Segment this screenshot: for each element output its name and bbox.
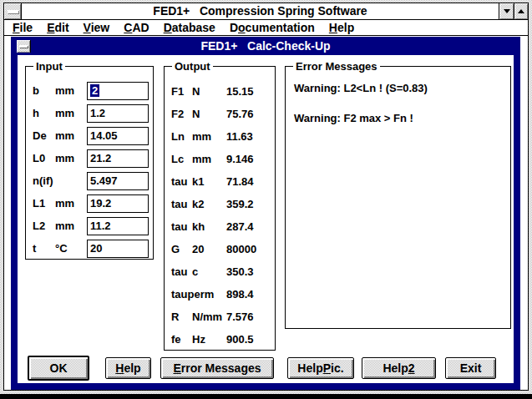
exit-button[interactable]: Exit: [445, 357, 496, 379]
output-unit: k2: [192, 198, 226, 210]
output-unit: 20: [192, 243, 226, 255]
output-row-tau-k2: tauk2359.2: [165, 193, 275, 215]
system-menu-button[interactable]: [4, 3, 22, 19]
output-row-tau-kh: taukh287.4: [165, 215, 275, 238]
minimize-icon: [504, 9, 510, 13]
output-value: 350.3: [226, 265, 254, 278]
input-field-de[interactable]: 14.05: [87, 127, 149, 145]
minimize-button[interactable]: [499, 3, 514, 19]
output-unit: N: [192, 108, 226, 120]
output-label: F2: [171, 108, 192, 120]
output-row-tauperm: tauperm898.4: [165, 283, 275, 306]
input-field-label: b: [33, 84, 55, 97]
input-field-l1[interactable]: 19.2: [87, 194, 149, 213]
menu-item-view[interactable]: View: [78, 21, 119, 34]
maximize-button[interactable]: [514, 3, 528, 19]
output-unit: Hz: [192, 333, 226, 346]
output-label: tau: [171, 175, 192, 188]
maximize-icon: [518, 9, 524, 13]
output-unit: N/mm: [192, 311, 226, 323]
output-value: 900.5: [226, 333, 254, 346]
input-group-legend: Input: [33, 60, 65, 73]
caption-buttons: [499, 3, 528, 19]
output-unit: mm: [192, 130, 226, 143]
output-label: F1: [171, 85, 192, 98]
menu-item-database[interactable]: Database: [158, 21, 224, 34]
output-value: 15.15: [226, 85, 254, 98]
output-value: 9.146: [226, 153, 254, 165]
client-area: FED1+ Calc-Check-Up Input bmm2hmm1.2Demm…: [4, 36, 528, 390]
help-pic-button[interactable]: Help Pic.: [287, 357, 354, 379]
dialog-client-area: Input bmm2hmm1.2Demm14.05L0mm21.2n(if)5.…: [18, 55, 514, 383]
output-row-fe-hz: feHz900.5: [165, 328, 275, 351]
output-row-g-20: G2080000: [165, 238, 275, 260]
input-field-label: n(if): [33, 174, 55, 187]
error-message: Warning: F2 max > Fn !: [294, 112, 510, 124]
input-field-label: L2: [33, 220, 55, 232]
output-row-ln-mm: Lnmm11.63: [165, 125, 275, 148]
input-row: L1mm19.2: [26, 192, 153, 215]
input-row: bmm2: [26, 79, 153, 102]
input-field-n-if[interactable]: 5.497: [87, 172, 149, 190]
input-group: Input bmm2hmm1.2Demm14.05L0mm21.2n(if)5.…: [25, 66, 154, 260]
selected-text: 2: [90, 84, 99, 97]
input-field-b[interactable]: 2: [87, 82, 149, 100]
screen: FED1+ Compression Spring Software FileEd…: [0, 0, 532, 399]
menu-item-edit[interactable]: Edit: [41, 21, 77, 34]
help-button[interactable]: Help: [105, 357, 151, 379]
input-field-l2[interactable]: 11.2: [87, 217, 149, 235]
input-row: L0mm21.2: [26, 147, 153, 169]
input-field-label: t: [33, 242, 55, 255]
input-row: L2mm11.2: [26, 215, 153, 237]
input-field-h[interactable]: 1.2: [87, 104, 149, 123]
menu-item-cad[interactable]: CAD: [118, 21, 157, 34]
output-value: 359.2: [226, 198, 254, 210]
menu-item-documentation[interactable]: Documentation: [224, 21, 323, 34]
output-label: tau: [171, 198, 192, 210]
output-group: Output F1N15.15F2N75.76Lnmm11.63Lcmm9.14…: [164, 66, 276, 351]
output-row-f2-n: F2N75.76: [165, 103, 275, 125]
menu-bar: FileEditViewCADDatabaseDocumentationHelp: [4, 20, 528, 36]
output-label: Ln: [171, 130, 192, 143]
output-label: tauperm: [171, 288, 192, 301]
output-row-r-n-mm: RN/mm7.576: [165, 306, 275, 328]
output-unit: c: [192, 265, 226, 278]
menu-item-help[interactable]: Help: [323, 21, 362, 34]
error-messages-button[interactable]: Error Messages: [160, 357, 274, 379]
input-field-t[interactable]: 20: [87, 240, 149, 258]
input-row: hmm1.2: [26, 102, 153, 124]
output-unit: mm: [192, 153, 226, 165]
error-messages-group-legend: Error Messages: [293, 60, 380, 73]
window-titlebar[interactable]: FED1+ Compression Spring Software: [4, 3, 528, 20]
system-menu-icon: [8, 10, 18, 13]
ok-button[interactable]: OK: [28, 356, 89, 381]
dialog-window: FED1+ Calc-Check-Up Input bmm2hmm1.2Demm…: [11, 37, 520, 390]
output-row-tau-k1: tauk171.84: [165, 170, 275, 193]
help-2-button[interactable]: Help 2: [362, 357, 436, 379]
output-value: 11.63: [226, 130, 253, 143]
input-field-unit: mm: [55, 197, 87, 210]
output-value: 71.84: [226, 175, 254, 188]
input-row: Demm14.05: [26, 124, 153, 147]
error-messages-group: Error Messages Warning: L2<Ln ! (S=0.83)…: [285, 66, 511, 329]
input-field-unit: mm: [55, 129, 87, 142]
output-row-f1-n: F1N15.15: [165, 80, 275, 103]
output-value: 7.576: [226, 311, 254, 323]
output-label: fe: [171, 333, 192, 346]
output-row-tau-c: tauc350.3: [165, 260, 275, 283]
output-unit: k1: [192, 175, 226, 188]
input-field-label: h: [33, 107, 55, 119]
output-label: Lc: [171, 153, 192, 165]
output-label: tau: [171, 220, 192, 233]
output-value: 898.4: [226, 288, 254, 301]
output-unit: N: [192, 85, 226, 98]
output-label: tau: [171, 265, 192, 278]
app-window-frame: FED1+ Compression Spring Software FileEd…: [3, 3, 529, 391]
output-label: G: [171, 243, 192, 255]
output-value: 287.4: [226, 220, 254, 233]
menu-item-file[interactable]: File: [7, 21, 41, 34]
output-value: 80000: [226, 243, 256, 255]
output-value: 75.76: [226, 108, 254, 120]
input-field-l0[interactable]: 21.2: [87, 149, 149, 168]
output-label: R: [171, 311, 192, 323]
